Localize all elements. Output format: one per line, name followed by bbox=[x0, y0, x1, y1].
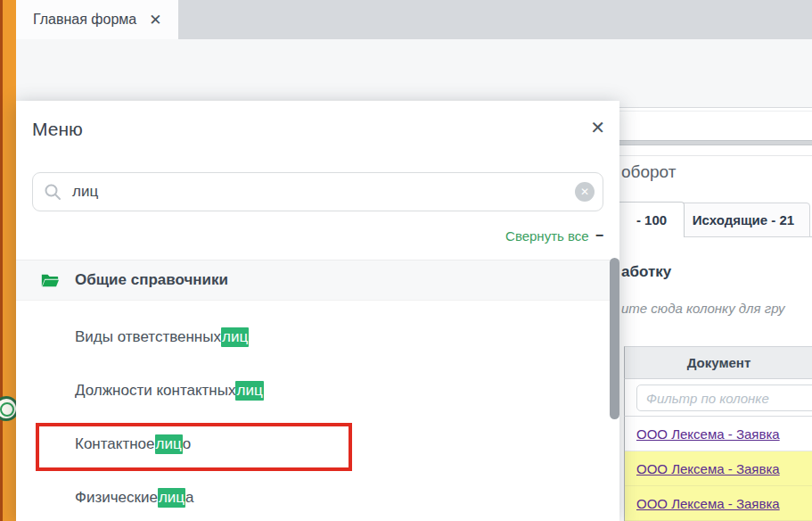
close-icon[interactable]: ✕ bbox=[590, 117, 605, 138]
minus-icon: − bbox=[595, 227, 603, 244]
menu-title: Меню bbox=[32, 119, 83, 140]
item-text: Виды ответственных bbox=[75, 328, 221, 346]
menu-item-responsible-person-types[interactable]: Виды ответственных лиц bbox=[16, 319, 607, 355]
menu-modal: Меню ✕ лиц ✕ Свернуть все − Общие справо… bbox=[16, 101, 619, 521]
document-link[interactable]: ООО Лексема - Заявка bbox=[636, 426, 780, 442]
search-input[interactable]: лиц bbox=[72, 173, 98, 211]
search-match-highlight: лиц bbox=[158, 488, 185, 508]
open-folder-icon bbox=[41, 273, 59, 288]
collapse-all-button[interactable]: Свернуть все − bbox=[505, 227, 603, 244]
search-match-highlight: лиц bbox=[155, 434, 183, 454]
menu-group-label: Общие справочники bbox=[75, 271, 228, 289]
table-row[interactable]: ООО Лексема - Заявка bbox=[625, 451, 812, 486]
action-link[interactable]: аботку bbox=[621, 263, 671, 281]
search-icon bbox=[44, 183, 62, 201]
tab-bar: Главная форма ✕ bbox=[16, 0, 812, 39]
document-grid: ООО Лексема - Заявка ООО Лексема - Заявк… bbox=[624, 417, 812, 521]
horizontal-splitter[interactable] bbox=[619, 140, 812, 145]
item-text: Физические bbox=[75, 489, 158, 507]
search-match-highlight: лиц bbox=[221, 327, 249, 347]
menu-item-individuals[interactable]: Физические лица bbox=[16, 480, 607, 516]
tab-incoming-label: - 100 bbox=[636, 212, 667, 227]
clear-search-icon[interactable]: ✕ bbox=[575, 182, 595, 202]
tab-close-icon[interactable]: ✕ bbox=[149, 11, 161, 29]
collapse-all-label: Свернуть все bbox=[505, 228, 589, 244]
item-text: Контактное bbox=[75, 435, 155, 453]
tab-main-form-label: Главная форма bbox=[33, 12, 136, 28]
table-row[interactable]: ООО Лексема - Заявка bbox=[625, 417, 812, 451]
menu-item-contact-person-positions[interactable]: Должности контактных лиц bbox=[16, 373, 607, 409]
tab-incoming[interactable]: - 100 bbox=[619, 202, 685, 237]
search-match-highlight: лиц bbox=[235, 381, 263, 401]
menu-search-box[interactable]: лиц ✕ bbox=[32, 172, 603, 211]
document-workspace: оборот - 100 Исходящие - 21 аботку ите с… bbox=[619, 0, 812, 521]
panel-divider bbox=[619, 155, 812, 156]
group-drag-hint: ите сюда колонку для гру bbox=[621, 301, 785, 316]
section-title: оборот bbox=[621, 162, 676, 182]
table-row[interactable]: ООО Лексема - Заявка bbox=[625, 486, 812, 521]
item-text: о bbox=[183, 435, 191, 453]
panel-divider bbox=[619, 111, 812, 112]
document-link[interactable]: ООО Лексема - Заявка bbox=[636, 496, 780, 511]
tab-main-form[interactable]: Главная форма ✕ bbox=[16, 0, 178, 39]
menu-group-common-directories[interactable]: Общие справочники bbox=[16, 260, 619, 301]
item-text: Должности контактных bbox=[75, 382, 235, 400]
tab-outgoing-label: Исходящие - 21 bbox=[693, 212, 794, 227]
menu-scrollbar-thumb[interactable] bbox=[610, 258, 619, 419]
column-filter-input[interactable] bbox=[636, 385, 812, 411]
filter-row bbox=[624, 379, 812, 417]
item-text: а bbox=[185, 489, 193, 507]
column-header-label: Документ bbox=[687, 355, 751, 370]
tab-outgoing[interactable]: Исходящие - 21 bbox=[677, 203, 810, 237]
menu-item-contact-person[interactable]: Контактное лицо bbox=[16, 426, 607, 462]
column-header-document[interactable]: Документ bbox=[624, 346, 812, 379]
left-accent-bar bbox=[0, 0, 16, 521]
document-link[interactable]: ООО Лексема - Заявка bbox=[636, 461, 780, 476]
